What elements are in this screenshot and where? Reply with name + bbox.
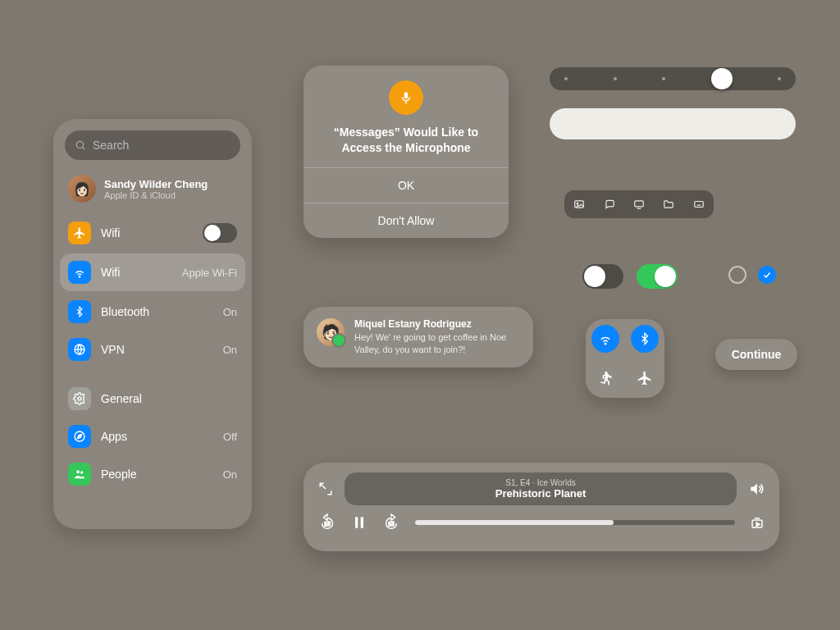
search-placeholder: Search xyxy=(93,139,129,152)
row-value: Apple Wi-Fi xyxy=(182,267,237,279)
notification-body: Hey! We' re going to get coffee in Noe V… xyxy=(354,331,520,356)
volume-icon[interactable] xyxy=(748,481,765,497)
svg-rect-25 xyxy=(361,517,363,527)
row-label: VPN xyxy=(101,343,213,356)
svg-point-7 xyxy=(76,470,80,473)
search-field[interactable]: Search xyxy=(65,130,240,160)
row-wifi-airplane[interactable]: Wifi xyxy=(53,214,252,252)
people-icon xyxy=(68,463,91,486)
pager-dot xyxy=(614,77,617,80)
alert-ok-button[interactable]: OK xyxy=(304,168,509,203)
row-vpn[interactable]: VPN On xyxy=(53,331,252,368)
alert-title: “Messages” Would Like to Access the Micr… xyxy=(318,125,494,167)
switch-group xyxy=(582,264,678,289)
settings-panel: Search 👩🏻 Sandy Wilder Cheng Apple ID & … xyxy=(53,119,252,529)
profile-name: Sandy Wilder Cheng xyxy=(104,178,208,190)
svg-point-4 xyxy=(78,397,81,400)
row-bluetooth[interactable]: Bluetooth On xyxy=(53,293,252,331)
row-people[interactable]: People On xyxy=(53,455,252,493)
svg-text:15: 15 xyxy=(324,521,331,527)
pager-dot xyxy=(778,77,781,80)
row-value: Off xyxy=(223,431,237,443)
row-apps[interactable]: Apps Off xyxy=(53,418,252,455)
svg-rect-13 xyxy=(635,201,644,207)
toggle-on[interactable] xyxy=(637,264,678,289)
row-value: On xyxy=(223,344,237,356)
picture-in-picture-icon[interactable] xyxy=(318,482,333,496)
svg-point-20 xyxy=(605,343,606,345)
alert-deny-button[interactable]: Don't Allow xyxy=(304,203,509,238)
skip-forward-15-icon[interactable]: 15 xyxy=(382,514,400,532)
checkbox-checked[interactable] xyxy=(758,266,776,284)
permission-alert: “Messages” Would Like to Access the Micr… xyxy=(304,66,509,238)
wifi-toggle[interactable] xyxy=(591,325,619,353)
walking-icon[interactable] xyxy=(591,364,619,392)
radio-check-group xyxy=(728,266,776,284)
bluetooth-icon xyxy=(68,300,91,323)
progress-slider[interactable] xyxy=(415,520,735,525)
row-label: Bluetooth xyxy=(101,305,213,318)
profile-subtitle: Apple ID & iCloud xyxy=(104,190,208,200)
icon-toolbar xyxy=(564,190,714,218)
svg-rect-15 xyxy=(695,202,704,208)
pager-dot xyxy=(564,77,568,80)
section-divider xyxy=(53,368,252,380)
queue-icon[interactable] xyxy=(750,515,765,530)
message-icon[interactable] xyxy=(602,199,617,210)
display-icon[interactable] xyxy=(632,199,646,210)
media-subtitle: S1, E4 · Ice Worlds xyxy=(505,478,575,487)
pager-dot xyxy=(662,77,665,80)
row-label: Wifi xyxy=(101,266,172,279)
search-icon xyxy=(75,139,86,151)
svg-marker-6 xyxy=(77,434,81,438)
svg-point-2 xyxy=(79,276,80,277)
keyboard-icon[interactable] xyxy=(692,199,706,210)
message-notification[interactable]: 🧑🏻 Miquel Estany Rodriguez Hey! We' re g… xyxy=(304,307,533,368)
page-slider[interactable] xyxy=(550,67,796,90)
continue-button[interactable]: Continue xyxy=(715,339,797,370)
row-label: General xyxy=(101,392,237,405)
pager-knob[interactable] xyxy=(711,68,733,89)
microphone-icon xyxy=(389,80,423,115)
airplane-mode-toggle[interactable] xyxy=(631,364,659,392)
svg-rect-9 xyxy=(404,92,409,98)
row-value: On xyxy=(223,306,237,318)
compass-icon xyxy=(68,425,91,448)
svg-line-1 xyxy=(83,148,85,150)
avatar: 🧑🏻 xyxy=(317,318,345,346)
row-label: Wifi xyxy=(101,226,193,240)
folder-icon[interactable] xyxy=(661,199,676,210)
avatar: 👩🏻 xyxy=(68,175,96,203)
svg-text:15: 15 xyxy=(388,521,395,527)
skip-back-15-icon[interactable]: 15 xyxy=(318,514,336,532)
profile-row[interactable]: 👩🏻 Sandy Wilder Cheng Apple ID & iCloud xyxy=(53,168,252,214)
globe-icon xyxy=(68,338,91,361)
gear-icon xyxy=(68,387,91,410)
svg-line-22 xyxy=(320,483,326,489)
control-center-tile xyxy=(586,319,664,398)
svg-point-0 xyxy=(76,141,83,148)
row-general[interactable]: General xyxy=(53,380,252,418)
row-wifi-selected[interactable]: Wifi Apple Wi-Fi xyxy=(60,253,245,291)
svg-point-12 xyxy=(577,203,578,204)
media-player: S1, E4 · Ice Worlds Prehistoric Planet 1… xyxy=(304,463,779,551)
notification-sender: Miquel Estany Rodriguez xyxy=(354,318,520,330)
svg-point-8 xyxy=(80,471,83,473)
radio-unchecked[interactable] xyxy=(728,266,746,284)
pause-button[interactable] xyxy=(351,514,368,531)
now-playing-title[interactable]: S1, E4 · Ice Worlds Prehistoric Planet xyxy=(345,472,737,505)
airplane-icon xyxy=(68,221,91,244)
svg-rect-24 xyxy=(355,517,358,527)
wifi-icon xyxy=(68,261,91,284)
svg-marker-28 xyxy=(756,523,760,527)
row-label: Apps xyxy=(101,430,213,443)
wifi-toggle[interactable] xyxy=(203,223,237,243)
media-title: Prehistoric Planet xyxy=(495,487,587,500)
row-value: On xyxy=(223,468,237,481)
toggle-off[interactable] xyxy=(582,264,623,289)
row-label: People xyxy=(101,468,213,481)
text-field[interactable] xyxy=(550,108,796,139)
bluetooth-toggle[interactable] xyxy=(631,325,659,353)
photo-icon[interactable] xyxy=(572,199,587,210)
